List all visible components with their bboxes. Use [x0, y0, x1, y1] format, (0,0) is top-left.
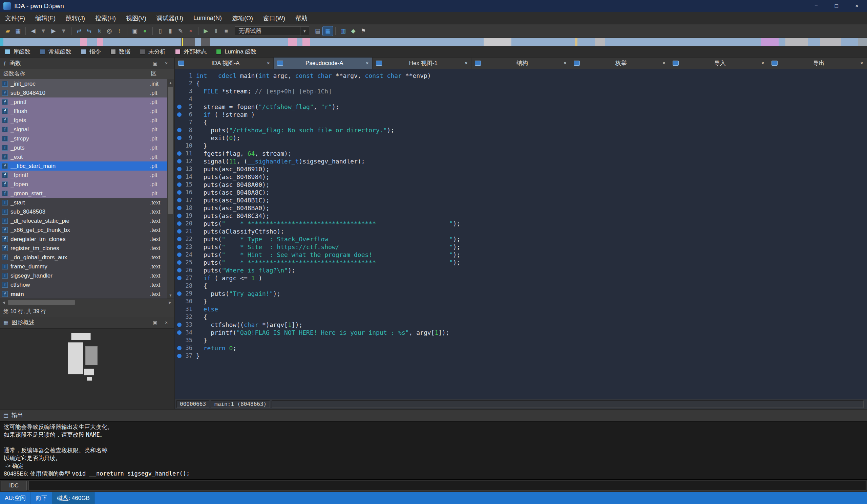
idc-mode-button[interactable]: IDC — [1, 481, 27, 491]
tab[interactable]: 导出× — [768, 57, 867, 69]
breakpoint-dot-icon[interactable] — [177, 346, 182, 350]
menu-item[interactable]: 编辑(E) — [30, 12, 61, 24]
function-row[interactable]: f_exit.plt — [0, 152, 167, 162]
back-history-icon[interactable]: ▼ — [38, 26, 49, 36]
code-line[interactable]: 31 else — [175, 305, 867, 313]
function-row[interactable]: fctfshow.text — [0, 280, 167, 289]
lumina-apply-icon[interactable]: ◆ — [348, 26, 358, 36]
function-row[interactable]: fderegister_tm_clones.text — [0, 234, 167, 244]
code-line[interactable]: 16 puts(asc_8048A8C); — [175, 188, 867, 196]
breakpoint-dot-icon[interactable] — [177, 330, 182, 335]
code-line[interactable]: 35 } — [175, 337, 867, 344]
scroll-right-icon[interactable]: ▶ — [166, 300, 174, 304]
function-row[interactable]: f_signal.plt — [0, 125, 167, 134]
tab[interactable]: 结构× — [471, 57, 570, 69]
graph-overview-canvas[interactable] — [0, 328, 174, 409]
code-line[interactable]: 11 fgets(flag, 64, stream); — [175, 150, 867, 157]
code-line[interactable]: 29 puts("Try again!"); — [175, 290, 867, 297]
code-line[interactable]: 34 printf("QaQ!FLAG IS NOT HERE! Here is… — [175, 329, 867, 337]
forward-history-icon[interactable]: ▼ — [58, 26, 69, 36]
function-row[interactable]: fframe_dummy.text — [0, 262, 167, 271]
jump-segment-icon[interactable]: § — [94, 26, 104, 36]
breakpoint-dot-icon[interactable] — [177, 213, 182, 218]
breakpoint-dot-icon[interactable] — [177, 292, 182, 296]
breakpoint-dot-icon[interactable] — [177, 245, 182, 249]
column-header-name[interactable]: 函数名称 — [0, 70, 149, 77]
output-log[interactable]: 这可能会导致反编译器输出发生巨大变化。如果该段不是只读的，请更改段 NAME。通… — [0, 421, 867, 480]
menu-item[interactable]: 搜索(H) — [90, 12, 121, 24]
scrollbar-thumb[interactable] — [8, 300, 75, 305]
breakpoint-dot-icon[interactable] — [177, 105, 182, 109]
function-row[interactable]: f__libc_start_main.plt — [0, 162, 167, 171]
close-button[interactable]: × — [847, 0, 867, 12]
menu-item[interactable]: 调试器(U) — [151, 12, 188, 24]
code-line[interactable]: 25 puts(" * ****************************… — [175, 259, 867, 266]
debugger-windows-icon[interactable]: ▤ — [313, 26, 323, 36]
code-line[interactable]: 14 puts(asc_8048984); — [175, 173, 867, 181]
function-row[interactable]: f_dl_relocate_static_pie.text — [0, 216, 167, 226]
code-line[interactable]: 8 puts("/ctfshow_flag: No such file or d… — [175, 126, 867, 134]
open-file-icon[interactable]: ▰ — [3, 26, 13, 36]
code-line[interactable]: 3 FILE *stream; // [esp+0h] [ebp-1Ch] — [175, 87, 867, 95]
code-line[interactable]: 4 — [175, 95, 867, 103]
breakpoint-dot-icon[interactable] — [177, 112, 182, 117]
code-line[interactable]: 7 { — [175, 119, 867, 126]
stop-icon[interactable]: ■ — [221, 26, 231, 36]
function-row[interactable]: f_printf.plt — [0, 98, 167, 107]
minimize-button[interactable]: − — [806, 0, 826, 12]
jump-xref-icon[interactable]: ⇄ — [74, 26, 84, 36]
tab[interactable]: Hex 视图-1× — [373, 57, 471, 69]
vertical-scrollbar[interactable]: ▲ ▼ — [167, 79, 174, 298]
horizontal-scrollbar[interactable]: ◀ ▶ — [0, 298, 174, 306]
tab[interactable]: Pseudocode-A× — [274, 57, 373, 69]
tab-close-icon[interactable]: × — [761, 60, 764, 66]
code-line[interactable]: 20 puts(" * ****************************… — [175, 220, 867, 228]
code-line[interactable]: 22 puts(" * Type : Stack_Overflow "); — [175, 235, 867, 243]
function-row[interactable]: f_start.text — [0, 198, 167, 207]
panel-restore-icon[interactable]: ▣ — [151, 61, 159, 66]
breakpoint-dot-icon[interactable] — [177, 128, 182, 132]
code-line[interactable]: 19 puts(asc_8048C34); — [175, 212, 867, 220]
menu-item[interactable]: 跳转(J) — [61, 12, 90, 24]
code-line[interactable]: 33 ctfshow((char *)argv[1]); — [175, 321, 867, 329]
scroll-down-icon[interactable]: ▼ — [167, 292, 174, 298]
tab-close-icon[interactable]: × — [860, 60, 863, 66]
tab[interactable]: 导入× — [669, 57, 768, 69]
code-line[interactable]: 17 puts(asc_8048B1C); — [175, 196, 867, 204]
breakpoint-dot-icon[interactable] — [177, 136, 182, 140]
problem-list-icon[interactable]: ! — [115, 26, 125, 36]
breakpoint-dot-icon[interactable] — [177, 229, 182, 233]
code-line[interactable]: 32 { — [175, 313, 867, 321]
tab[interactable]: IDA 视图-A× — [175, 57, 274, 69]
breakpoint-dot-icon[interactable] — [177, 268, 182, 273]
menu-item[interactable]: 文件(F) — [0, 12, 30, 24]
breakpoint-dot-icon[interactable] — [177, 167, 182, 171]
code-line[interactable]: 28 { — [175, 282, 867, 290]
lumina-pull-icon[interactable]: ● — [140, 26, 150, 36]
breakpoint-dot-icon[interactable] — [177, 237, 182, 241]
function-row[interactable]: f_fgets.plt — [0, 116, 167, 125]
scrollbar-thumb[interactable] — [168, 87, 173, 214]
breakpoint-dot-icon[interactable] — [177, 175, 182, 179]
pseudocode-sync-icon[interactable]: ▦ — [323, 26, 333, 36]
tab-close-icon[interactable]: × — [366, 60, 369, 66]
breakpoint-dot-icon[interactable] — [177, 159, 182, 164]
code-line[interactable]: 1int __cdecl main(int argc, const char *… — [175, 72, 867, 79]
code-line[interactable]: 9 exit(0); — [175, 134, 867, 142]
panel-close-icon[interactable]: × — [162, 61, 170, 66]
flag-icon[interactable]: ⚑ — [358, 26, 368, 36]
breakpoint-dot-icon[interactable] — [177, 190, 182, 195]
code-line[interactable]: 26 puts("Where is flag?\n"); — [175, 266, 867, 274]
code-line[interactable]: 15 puts(asc_8048A00); — [175, 181, 867, 188]
menu-item[interactable]: Lumina(N) — [188, 12, 227, 24]
tab[interactable]: 枚举× — [570, 57, 669, 69]
panel-close-icon[interactable]: × — [162, 320, 170, 325]
breakpoint-dot-icon[interactable] — [177, 151, 182, 156]
tab-close-icon[interactable]: × — [267, 60, 270, 66]
breakpoint-dot-icon[interactable] — [177, 322, 182, 327]
menu-item[interactable]: 视图(V) — [121, 12, 151, 24]
database-icon[interactable]: ▯ — [155, 26, 165, 36]
edit-icon[interactable]: ✎ — [175, 26, 185, 36]
function-row[interactable]: f_fopen.plt — [0, 180, 167, 189]
pseudocode-view[interactable]: 1int __cdecl main(int argc, const char *… — [175, 69, 867, 399]
